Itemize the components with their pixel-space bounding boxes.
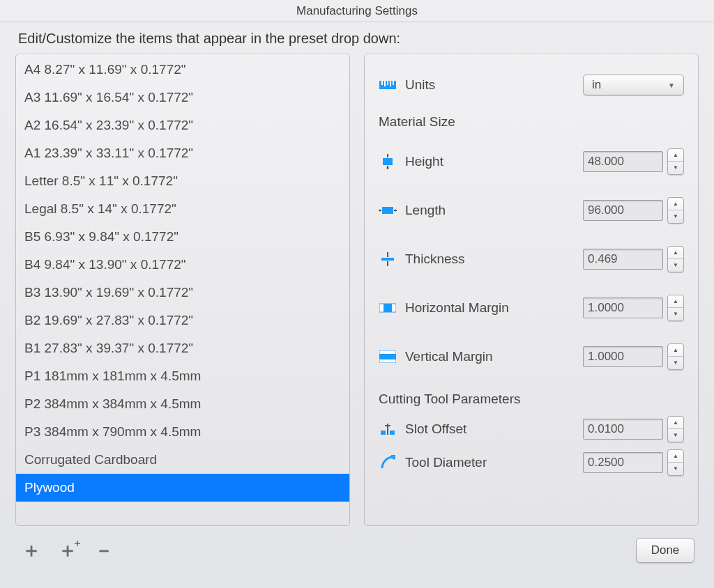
done-button[interactable]: Done: [636, 538, 694, 563]
material-size-heading: Material Size: [379, 114, 684, 130]
hmargin-row: Horizontal Margin ▲ ▼: [379, 291, 684, 325]
length-field[interactable]: [583, 200, 663, 221]
length-icon: [379, 201, 397, 219]
preset-item[interactable]: A4 8.27" x 11.69" x 0.1772": [16, 56, 349, 84]
svg-point-9: [387, 167, 389, 169]
slot-offset-label: Slot Offset: [405, 421, 575, 437]
preset-item[interactable]: Legal 8.5" x 14" x 0.1772": [16, 195, 349, 223]
remove-preset-button[interactable]: －: [92, 539, 116, 562]
stepper-down-icon[interactable]: ▼: [668, 429, 683, 442]
window-title: Manufacturing Settings: [0, 0, 714, 22]
thickness-label: Thickness: [405, 252, 575, 267]
svg-rect-1: [381, 81, 383, 85]
svg-point-13: [379, 210, 381, 212]
tool-diameter-stepper[interactable]: ▲ ▼: [667, 449, 684, 476]
stepper-down-icon[interactable]: ▼: [668, 357, 683, 369]
units-row: Units in ▼: [379, 68, 684, 102]
stepper-down-icon[interactable]: ▼: [668, 259, 683, 272]
slot-offset-icon: [379, 420, 397, 438]
stepper-up-icon[interactable]: ▲: [668, 149, 683, 162]
svg-rect-2: [384, 81, 386, 86]
svg-rect-4: [390, 81, 391, 86]
height-icon: [379, 153, 397, 171]
preset-list-panel: A4 8.27" x 11.69" x 0.1772"A3 11.69" x 1…: [15, 54, 350, 526]
preset-item[interactable]: Plywood: [16, 474, 349, 502]
chevron-down-icon: ▼: [668, 82, 675, 89]
preset-item[interactable]: B5 6.93" x 9.84" x 0.1772": [16, 223, 349, 251]
svg-rect-5: [393, 81, 394, 85]
slot-offset-field[interactable]: [583, 419, 663, 440]
stepper-up-icon[interactable]: ▲: [668, 417, 683, 429]
units-value: in: [592, 78, 601, 92]
svg-rect-19: [379, 304, 383, 312]
stepper-up-icon[interactable]: ▲: [668, 450, 683, 463]
units-select[interactable]: in ▼: [583, 75, 684, 95]
tool-diameter-row: Tool Diameter ▲ ▼: [379, 446, 684, 479]
svg-rect-24: [379, 359, 396, 363]
length-label: Length: [405, 203, 575, 218]
footer: ＋ ＋＋ － Done: [0, 526, 714, 568]
preset-item[interactable]: Corrugated Cardboard: [16, 446, 349, 474]
preset-item[interactable]: B1 27.83" x 39.37" x 0.1772": [16, 334, 349, 362]
instruction-text: Edit/Customize the items that appear in …: [0, 22, 714, 54]
tool-diameter-field[interactable]: [583, 452, 663, 473]
hmargin-field[interactable]: [583, 297, 663, 318]
stepper-down-icon[interactable]: ▼: [668, 463, 683, 475]
preset-item[interactable]: A3 11.69" x 16.54" x 0.1772": [16, 84, 349, 111]
preset-list[interactable]: A4 8.27" x 11.69" x 0.1772"A3 11.69" x 1…: [16, 54, 349, 525]
slot-offset-stepper[interactable]: ▲ ▼: [667, 416, 684, 442]
svg-rect-10: [382, 207, 393, 214]
preset-item[interactable]: P3 384mm x 790mm x 4.5mm: [16, 418, 349, 446]
hmargin-label: Horizontal Margin: [405, 300, 575, 316]
svg-rect-27: [390, 431, 395, 435]
preset-item[interactable]: B4 9.84" x 13.90" x 0.1772": [16, 251, 349, 279]
vertical-margin-icon: [379, 348, 397, 366]
stepper-up-icon[interactable]: ▲: [668, 198, 683, 210]
preset-item[interactable]: A1 23.39" x 33.11" x 0.1772": [16, 139, 349, 167]
svg-rect-15: [381, 258, 394, 261]
units-label: Units: [405, 77, 575, 93]
tool-diameter-icon: [379, 454, 397, 472]
thickness-stepper[interactable]: ▲ ▼: [667, 246, 684, 272]
add-preset-button[interactable]: ＋: [20, 539, 43, 562]
slot-offset-row: Slot Offset ▲ ▼: [379, 412, 684, 446]
svg-rect-6: [383, 158, 393, 165]
svg-rect-26: [381, 431, 386, 435]
preset-item[interactable]: B3 13.90" x 19.69" x 0.1772": [16, 279, 349, 307]
preset-item[interactable]: Letter 8.5" x 11" x 0.1772": [16, 167, 349, 195]
vmargin-row: Vertical Margin ▲ ▼: [379, 340, 684, 373]
cutting-heading: Cutting Tool Parameters: [379, 392, 684, 407]
thickness-icon: [379, 250, 397, 268]
stepper-up-icon[interactable]: ▲: [668, 295, 683, 308]
svg-point-14: [395, 210, 397, 212]
preset-item[interactable]: B2 19.69" x 27.83" x 0.1772": [16, 307, 349, 334]
svg-rect-23: [379, 350, 396, 354]
vmargin-stepper[interactable]: ▲ ▼: [667, 343, 684, 370]
hmargin-stepper[interactable]: ▲ ▼: [667, 295, 684, 321]
tool-diameter-label: Tool Diameter: [405, 455, 575, 470]
preset-item[interactable]: P1 181mm x 181mm x 4.5mm: [16, 362, 349, 390]
length-row: Length ▲ ▼: [379, 194, 684, 227]
duplicate-preset-button[interactable]: ＋＋: [56, 539, 79, 562]
stepper-down-icon[interactable]: ▼: [668, 210, 683, 223]
preset-item[interactable]: A2 16.54" x 23.39" x 0.1772": [16, 111, 349, 139]
thickness-row: Thickness ▲ ▼: [379, 242, 684, 276]
ruler-icon: [379, 76, 397, 94]
height-row: Height ▲ ▼: [379, 145, 684, 178]
vmargin-label: Vertical Margin: [405, 349, 575, 364]
svg-rect-3: [387, 81, 388, 85]
stepper-down-icon[interactable]: ▼: [668, 162, 683, 174]
horizontal-margin-icon: [379, 299, 397, 317]
svg-rect-20: [392, 304, 396, 312]
stepper-up-icon[interactable]: ▲: [668, 344, 683, 357]
height-field[interactable]: [583, 151, 663, 172]
height-label: Height: [405, 154, 575, 169]
thickness-field[interactable]: [583, 249, 663, 270]
length-stepper[interactable]: ▲ ▼: [667, 197, 684, 224]
stepper-up-icon[interactable]: ▲: [668, 247, 683, 259]
settings-panel: Units in ▼ Material Size Height: [364, 54, 699, 526]
preset-item[interactable]: P2 384mm x 384mm x 4.5mm: [16, 390, 349, 418]
height-stepper[interactable]: ▲ ▼: [667, 148, 684, 175]
stepper-down-icon[interactable]: ▼: [668, 308, 683, 320]
vmargin-field[interactable]: [583, 346, 663, 367]
